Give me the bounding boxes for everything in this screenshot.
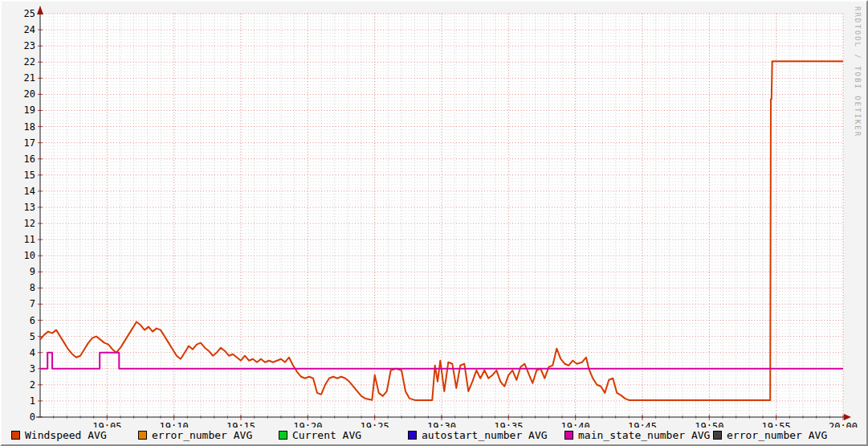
x-axis-arrow xyxy=(844,414,851,420)
legend-swatch-error-number-2 xyxy=(713,431,722,440)
y-tick-label: 16 xyxy=(24,153,35,165)
y-tick-label: 25 xyxy=(24,8,35,19)
legend-swatch-windspeed xyxy=(11,431,20,440)
x-tick-label: 19:25 xyxy=(361,421,389,428)
y-tick-label: 4 xyxy=(30,347,35,358)
x-tick-label: 19:15 xyxy=(226,421,255,428)
legend-item-autostart-number: autostart_number AVG xyxy=(408,428,548,442)
x-tick-label: 19:50 xyxy=(695,421,723,428)
x-tick-label: 19:55 xyxy=(762,421,791,428)
y-tick-label: 9 xyxy=(30,266,35,277)
legend-label: error_number AVG xyxy=(152,429,252,441)
legend-swatch-error-number xyxy=(138,431,147,440)
y-tick-label: 3 xyxy=(30,363,35,374)
rrdtool-watermark: RRDTOOL / TOBI OETIKER xyxy=(854,6,862,137)
y-tick-label: 13 xyxy=(24,202,35,213)
plot-background xyxy=(40,14,843,417)
x-tick-label: 19:45 xyxy=(628,421,657,428)
legend-item-windspeed: Windspeed AVG xyxy=(11,428,107,442)
y-tick-label: 11 xyxy=(24,234,35,245)
y-tick-label: 18 xyxy=(24,121,35,133)
chart-legend: Windspeed AVG error_number AVG Current A… xyxy=(2,428,866,445)
y-tick-label: 20 xyxy=(24,88,35,100)
y-axis-arrow xyxy=(37,6,43,14)
y-tick-label: 14 xyxy=(24,186,35,197)
y-tick-label: 0 xyxy=(30,411,35,423)
legend-label: Current AVG xyxy=(292,429,361,441)
legend-swatch-autostart-number xyxy=(408,431,417,440)
y-tick-label: 6 xyxy=(30,315,35,326)
y-tick-label: 2 xyxy=(30,379,35,391)
chart-canvas: 0123456789101112131415161718192021222324… xyxy=(2,2,868,428)
y-tick-label: 23 xyxy=(24,40,35,51)
x-tick-label: 19:30 xyxy=(427,421,456,428)
y-tick-label: 12 xyxy=(24,218,35,229)
legend-item-error-number: error_number AVG xyxy=(138,428,252,442)
y-tick-label: 22 xyxy=(24,56,35,68)
x-tick-label: 19:10 xyxy=(160,421,189,428)
legend-label: Windspeed AVG xyxy=(25,429,107,441)
y-tick-label: 10 xyxy=(24,250,35,261)
x-tick-label: 19:20 xyxy=(293,421,322,428)
y-tick-label: 1 xyxy=(30,395,35,407)
x-tick-label: 19:35 xyxy=(494,421,523,428)
y-tick-label: 17 xyxy=(24,137,35,149)
legend-swatch-current xyxy=(279,431,287,440)
y-tick-label: 5 xyxy=(30,331,35,342)
y-tick-label: 8 xyxy=(30,282,35,293)
legend-label: autostart_number AVG xyxy=(422,429,548,441)
x-tick-label: 19:05 xyxy=(92,421,121,428)
y-tick-label: 24 xyxy=(24,24,35,35)
x-tick-label: 20:00 xyxy=(829,421,858,428)
y-tick-label: 7 xyxy=(30,298,35,309)
legend-item-error-number-2: error_number AVG xyxy=(713,428,827,442)
y-tick-label: 21 xyxy=(24,72,35,84)
x-tick-label: 19:40 xyxy=(561,421,590,428)
legend-label: error_number AVG xyxy=(727,429,827,441)
y-tick-label: 15 xyxy=(24,170,35,181)
y-tick-label: 19 xyxy=(24,104,35,116)
legend-label: main_state_number AVG xyxy=(578,429,710,441)
legend-swatch-main-state-number xyxy=(564,431,573,440)
legend-item-current: Current AVG xyxy=(279,428,361,442)
legend-item-main-state-number: main_state_number AVG xyxy=(564,428,710,442)
rrdtool-graph: 0123456789101112131415161718192021222324… xyxy=(0,0,868,446)
